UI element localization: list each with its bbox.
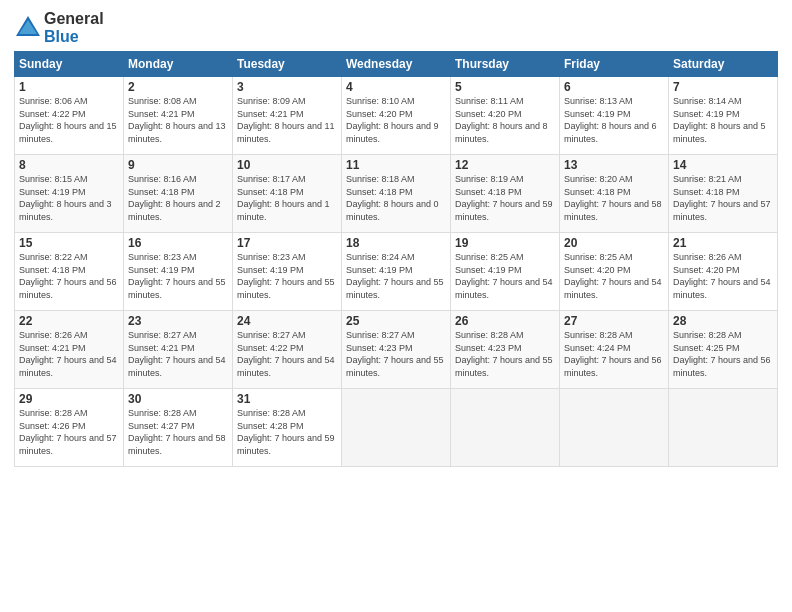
day-number: 25 — [346, 314, 446, 328]
day-number: 23 — [128, 314, 228, 328]
day-number: 11 — [346, 158, 446, 172]
day-number: 21 — [673, 236, 773, 250]
calendar-cell: 15 Sunrise: 8:22 AMSunset: 4:18 PMDaylig… — [15, 233, 124, 311]
day-number: 19 — [455, 236, 555, 250]
calendar-cell: 26 Sunrise: 8:28 AMSunset: 4:23 PMDaylig… — [451, 311, 560, 389]
day-number: 17 — [237, 236, 337, 250]
day-number: 31 — [237, 392, 337, 406]
day-info: Sunrise: 8:19 AMSunset: 4:18 PMDaylight:… — [455, 173, 555, 223]
day-info: Sunrise: 8:06 AMSunset: 4:22 PMDaylight:… — [19, 95, 119, 145]
calendar-cell — [451, 389, 560, 467]
calendar-cell: 10 Sunrise: 8:17 AMSunset: 4:18 PMDaylig… — [233, 155, 342, 233]
day-number: 28 — [673, 314, 773, 328]
day-number: 30 — [128, 392, 228, 406]
day-info: Sunrise: 8:17 AMSunset: 4:18 PMDaylight:… — [237, 173, 337, 223]
day-number: 10 — [237, 158, 337, 172]
day-number: 2 — [128, 80, 228, 94]
calendar-cell: 31 Sunrise: 8:28 AMSunset: 4:28 PMDaylig… — [233, 389, 342, 467]
day-number: 7 — [673, 80, 773, 94]
day-number: 27 — [564, 314, 664, 328]
day-number: 26 — [455, 314, 555, 328]
calendar-cell: 22 Sunrise: 8:26 AMSunset: 4:21 PMDaylig… — [15, 311, 124, 389]
day-info: Sunrise: 8:16 AMSunset: 4:18 PMDaylight:… — [128, 173, 228, 223]
calendar-cell — [560, 389, 669, 467]
day-info: Sunrise: 8:28 AMSunset: 4:26 PMDaylight:… — [19, 407, 119, 457]
calendar-cell: 28 Sunrise: 8:28 AMSunset: 4:25 PMDaylig… — [669, 311, 778, 389]
calendar-week-row: 1 Sunrise: 8:06 AMSunset: 4:22 PMDayligh… — [15, 77, 778, 155]
day-number: 5 — [455, 80, 555, 94]
logo-icon — [14, 14, 42, 42]
calendar-cell: 29 Sunrise: 8:28 AMSunset: 4:26 PMDaylig… — [15, 389, 124, 467]
calendar-cell: 14 Sunrise: 8:21 AMSunset: 4:18 PMDaylig… — [669, 155, 778, 233]
weekday-header-cell: Friday — [560, 52, 669, 77]
logo-line2: Blue — [44, 28, 104, 46]
day-info: Sunrise: 8:28 AMSunset: 4:25 PMDaylight:… — [673, 329, 773, 379]
day-info: Sunrise: 8:27 AMSunset: 4:22 PMDaylight:… — [237, 329, 337, 379]
page-container: General Blue SundayMondayTuesdayWednesda… — [0, 0, 792, 475]
calendar-cell: 20 Sunrise: 8:25 AMSunset: 4:20 PMDaylig… — [560, 233, 669, 311]
day-number: 9 — [128, 158, 228, 172]
calendar-cell: 2 Sunrise: 8:08 AMSunset: 4:21 PMDayligh… — [124, 77, 233, 155]
calendar-cell: 27 Sunrise: 8:28 AMSunset: 4:24 PMDaylig… — [560, 311, 669, 389]
calendar-cell: 1 Sunrise: 8:06 AMSunset: 4:22 PMDayligh… — [15, 77, 124, 155]
day-info: Sunrise: 8:27 AMSunset: 4:21 PMDaylight:… — [128, 329, 228, 379]
calendar-table: SundayMondayTuesdayWednesdayThursdayFrid… — [14, 51, 778, 467]
day-info: Sunrise: 8:27 AMSunset: 4:23 PMDaylight:… — [346, 329, 446, 379]
day-number: 4 — [346, 80, 446, 94]
day-number: 8 — [19, 158, 119, 172]
calendar-cell: 23 Sunrise: 8:27 AMSunset: 4:21 PMDaylig… — [124, 311, 233, 389]
weekday-header-cell: Thursday — [451, 52, 560, 77]
day-info: Sunrise: 8:11 AMSunset: 4:20 PMDaylight:… — [455, 95, 555, 145]
calendar-cell: 16 Sunrise: 8:23 AMSunset: 4:19 PMDaylig… — [124, 233, 233, 311]
day-number: 18 — [346, 236, 446, 250]
calendar-cell: 17 Sunrise: 8:23 AMSunset: 4:19 PMDaylig… — [233, 233, 342, 311]
calendar-cell: 19 Sunrise: 8:25 AMSunset: 4:19 PMDaylig… — [451, 233, 560, 311]
calendar-cell: 9 Sunrise: 8:16 AMSunset: 4:18 PMDayligh… — [124, 155, 233, 233]
calendar-cell: 25 Sunrise: 8:27 AMSunset: 4:23 PMDaylig… — [342, 311, 451, 389]
day-info: Sunrise: 8:28 AMSunset: 4:23 PMDaylight:… — [455, 329, 555, 379]
day-info: Sunrise: 8:21 AMSunset: 4:18 PMDaylight:… — [673, 173, 773, 223]
calendar-week-row: 29 Sunrise: 8:28 AMSunset: 4:26 PMDaylig… — [15, 389, 778, 467]
calendar-cell: 13 Sunrise: 8:20 AMSunset: 4:18 PMDaylig… — [560, 155, 669, 233]
day-info: Sunrise: 8:15 AMSunset: 4:19 PMDaylight:… — [19, 173, 119, 223]
day-info: Sunrise: 8:23 AMSunset: 4:19 PMDaylight:… — [237, 251, 337, 301]
calendar-cell: 6 Sunrise: 8:13 AMSunset: 4:19 PMDayligh… — [560, 77, 669, 155]
calendar-cell: 5 Sunrise: 8:11 AMSunset: 4:20 PMDayligh… — [451, 77, 560, 155]
day-number: 15 — [19, 236, 119, 250]
day-number: 3 — [237, 80, 337, 94]
calendar-cell: 7 Sunrise: 8:14 AMSunset: 4:19 PMDayligh… — [669, 77, 778, 155]
weekday-header-cell: Saturday — [669, 52, 778, 77]
calendar-cell: 24 Sunrise: 8:27 AMSunset: 4:22 PMDaylig… — [233, 311, 342, 389]
weekday-header-cell: Monday — [124, 52, 233, 77]
day-info: Sunrise: 8:18 AMSunset: 4:18 PMDaylight:… — [346, 173, 446, 223]
day-number: 24 — [237, 314, 337, 328]
calendar-cell: 12 Sunrise: 8:19 AMSunset: 4:18 PMDaylig… — [451, 155, 560, 233]
day-info: Sunrise: 8:13 AMSunset: 4:19 PMDaylight:… — [564, 95, 664, 145]
day-number: 12 — [455, 158, 555, 172]
day-info: Sunrise: 8:20 AMSunset: 4:18 PMDaylight:… — [564, 173, 664, 223]
weekday-header-cell: Sunday — [15, 52, 124, 77]
day-info: Sunrise: 8:23 AMSunset: 4:19 PMDaylight:… — [128, 251, 228, 301]
calendar-cell — [669, 389, 778, 467]
weekday-header-cell: Tuesday — [233, 52, 342, 77]
calendar-cell — [342, 389, 451, 467]
day-info: Sunrise: 8:09 AMSunset: 4:21 PMDaylight:… — [237, 95, 337, 145]
day-info: Sunrise: 8:26 AMSunset: 4:20 PMDaylight:… — [673, 251, 773, 301]
day-number: 14 — [673, 158, 773, 172]
day-number: 22 — [19, 314, 119, 328]
day-info: Sunrise: 8:25 AMSunset: 4:20 PMDaylight:… — [564, 251, 664, 301]
day-info: Sunrise: 8:24 AMSunset: 4:19 PMDaylight:… — [346, 251, 446, 301]
day-info: Sunrise: 8:08 AMSunset: 4:21 PMDaylight:… — [128, 95, 228, 145]
day-info: Sunrise: 8:22 AMSunset: 4:18 PMDaylight:… — [19, 251, 119, 301]
day-info: Sunrise: 8:25 AMSunset: 4:19 PMDaylight:… — [455, 251, 555, 301]
day-info: Sunrise: 8:26 AMSunset: 4:21 PMDaylight:… — [19, 329, 119, 379]
day-number: 6 — [564, 80, 664, 94]
day-number: 13 — [564, 158, 664, 172]
day-number: 20 — [564, 236, 664, 250]
logo: General Blue — [14, 10, 104, 45]
calendar-cell: 18 Sunrise: 8:24 AMSunset: 4:19 PMDaylig… — [342, 233, 451, 311]
logo-line1: General — [44, 10, 104, 28]
day-number: 16 — [128, 236, 228, 250]
weekday-header-row: SundayMondayTuesdayWednesdayThursdayFrid… — [15, 52, 778, 77]
calendar-week-row: 15 Sunrise: 8:22 AMSunset: 4:18 PMDaylig… — [15, 233, 778, 311]
